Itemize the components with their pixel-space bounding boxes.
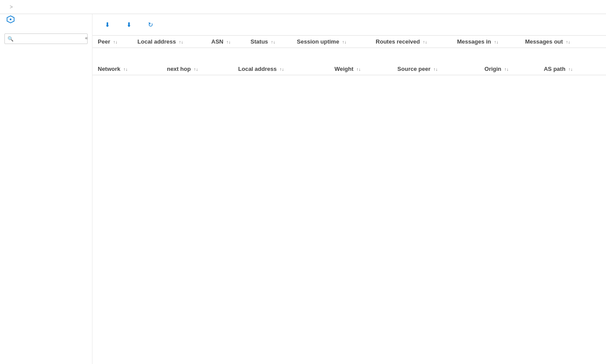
col-local[interactable]: Local address ↑↓ (132, 36, 206, 48)
collapse-icon[interactable]: « (85, 35, 88, 40)
col-local-address[interactable]: Local address ↑↓ (233, 63, 329, 75)
col-weight[interactable]: Weight ↑↓ (329, 63, 392, 75)
search-container: 🔍 « (4, 33, 88, 44)
col-routes-recv[interactable]: Routes received ↑↓ (370, 36, 452, 48)
download-bgp-icon: ⬇ (105, 21, 110, 28)
learned-routes-table-container: Network ↑↓ next hop ↑↓ Local address ↑↓ … (92, 63, 606, 75)
refresh-button[interactable]: ↻ (144, 19, 159, 30)
col-status[interactable]: Status ↑↓ (245, 36, 292, 48)
sidebar: 🔍 « (0, 14, 92, 364)
search-input[interactable] (4, 33, 88, 44)
learned-routes-title (92, 54, 606, 63)
toolbar: ⬇ ⬇ ↻ (92, 14, 606, 36)
col-next-hop[interactable]: next hop ↑↓ (162, 63, 233, 75)
col-source-peer[interactable]: Source peer ↑↓ (392, 63, 479, 75)
col-uptime[interactable]: Session uptime ↑↓ (292, 36, 370, 48)
download-routes-button[interactable]: ⬇ (123, 19, 137, 30)
col-origin[interactable]: Origin ↑↓ (479, 63, 539, 75)
col-more (593, 36, 606, 48)
col-network[interactable]: Network ↑↓ (92, 63, 162, 75)
bgp-peers-table-container: Peer ↑↓ Local address ↑↓ ASN ↑↓ Status ↑… (92, 36, 606, 48)
download-routes-icon: ⬇ (126, 21, 132, 28)
col-messages-out[interactable]: Messages out ↑↓ (520, 36, 593, 48)
learned-routes-table: Network ↑↓ next hop ↑↓ Local address ↑↓ … (92, 63, 606, 75)
svg-point-1 (10, 18, 11, 20)
refresh-icon: ↻ (148, 21, 153, 28)
search-icon: 🔍 (7, 36, 14, 42)
info-text (92, 48, 606, 54)
resource-subtitle (0, 26, 92, 31)
col-asn[interactable]: ASN ↑↓ (206, 36, 245, 48)
main-content: ⬇ ⬇ ↻ Peer ↑↓ Local (92, 14, 606, 364)
download-bgp-button[interactable]: ⬇ (101, 19, 116, 30)
col-peer[interactable]: Peer ↑↓ (92, 36, 132, 48)
breadcrumb-sep: > (10, 4, 13, 10)
col-as-path[interactable]: AS path ↑↓ (539, 63, 606, 75)
resource-icon (5, 14, 16, 25)
resource-title (0, 14, 92, 26)
col-messages-in[interactable]: Messages in ↑↓ (452, 36, 520, 48)
bgp-peers-table: Peer ↑↓ Local address ↑↓ ASN ↑↓ Status ↑… (92, 36, 606, 48)
breadcrumb: > (0, 0, 606, 14)
